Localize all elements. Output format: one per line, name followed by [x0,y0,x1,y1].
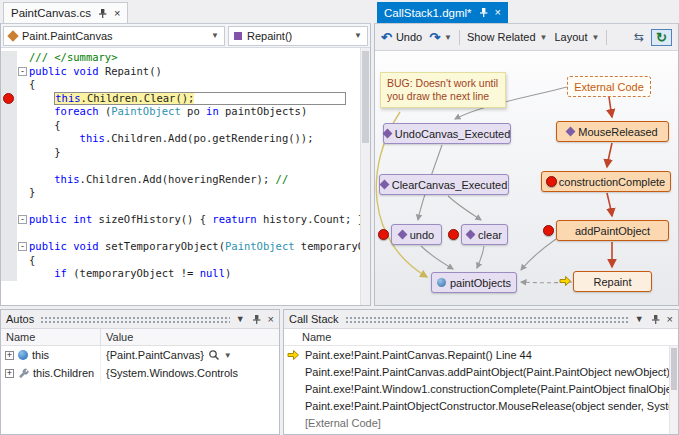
bottom-vertical-splitter[interactable] [280,309,283,435]
breakpoint-margin[interactable] [1,200,17,214]
code-line[interactable]: { [1,254,360,268]
visualizer-caret-icon[interactable]: ▼ [224,351,232,360]
redo-button[interactable]: ↷ ▼ [429,31,452,44]
callstack-titlebar[interactable]: Call Stack ▼ × [284,310,678,329]
pin-icon[interactable] [650,314,661,325]
close-icon[interactable]: × [114,8,120,19]
callstack-frame[interactable]: [External Code] [284,414,678,431]
drag-grip[interactable] [40,316,230,324]
code-line[interactable] [1,200,360,214]
close-icon[interactable]: × [667,314,673,325]
breakpoint-margin[interactable] [1,227,17,241]
code-line[interactable] [1,159,360,173]
code-line[interactable]: -public int sizeOfHistory() { reaturn hi… [1,213,360,227]
code-text[interactable]: public void Repaint() [29,65,360,79]
breakpoint-margin[interactable] [1,240,17,254]
breakpoint-margin[interactable] [1,119,17,133]
breakpoint-margin[interactable] [1,78,17,92]
code-text[interactable]: } [29,146,360,160]
pin-icon[interactable] [478,7,489,18]
code-line[interactable]: } [1,186,360,200]
code-line[interactable]: if (temporaryObject != null) [1,267,360,281]
code-line[interactable]: { [1,119,360,133]
graph-node-repaint[interactable]: Repaint [573,271,652,292]
breakpoint-margin[interactable] [1,105,17,119]
callstack-scrollbar[interactable] [669,346,678,434]
callstack-frame[interactable]: Paint.exe!Paint.PaintCanvas.addPaintObje… [284,363,678,380]
graph-node-external-code[interactable]: External Code [567,76,651,97]
fold-collapse-icon[interactable]: - [18,242,27,251]
callstack-frame[interactable]: Paint.exe!Paint.PaintObjectConstructor.M… [284,397,678,414]
breakpoint-badge-icon[interactable] [448,229,459,240]
close-icon[interactable]: × [495,7,501,18]
code-text[interactable]: public void setTemporaryObject(PaintObje… [29,240,360,254]
graph-node-mousereleased[interactable]: MouseReleased [556,121,669,142]
autos-titlebar[interactable]: Autos ▼ × [1,310,279,329]
graph-node-constructioncomplete[interactable]: constructionComplete [541,171,671,192]
breakpoint-margin[interactable] [1,213,17,227]
undo-button[interactable]: ↶ Undo [381,31,422,44]
code-text[interactable]: this.Children.Add(po.getRendering()); [29,132,360,146]
code-line[interactable]: -public void setTemporaryObject(PaintObj… [1,240,360,254]
breakpoint-margin[interactable] [1,159,17,173]
drag-grip[interactable] [345,316,629,324]
scrollbar-thumb[interactable] [362,51,369,143]
window-position-icon[interactable]: ▼ [236,315,245,324]
graph-node-clear[interactable]: clear [461,224,508,245]
flip-direction-icon[interactable]: ⇆ [634,31,644,43]
code-text[interactable]: { [29,254,360,268]
code-line[interactable]: -public void Repaint() [1,65,360,79]
autos-row[interactable]: +this.Children{System.Windows.Controls [1,364,279,382]
graph-node-clearcanvas-executed[interactable]: ClearCanvas_Executed [379,174,509,195]
bug-comment-note[interactable]: BUG: Doesn't work until you draw the nex… [380,72,506,108]
graph-node-undocanvas-executed[interactable]: UndoCanvas_Executed [383,123,511,144]
show-related-dropdown[interactable]: Show Related ▼ [467,31,547,43]
breakpoint-icon[interactable] [3,93,14,104]
callstack-frame[interactable]: Paint.exe!Paint.Window1.constructionComp… [284,380,678,397]
window-position-icon[interactable]: ▼ [635,315,644,324]
breakpoint-margin[interactable] [1,254,17,268]
magnifier-icon[interactable] [208,349,220,361]
expand-icon[interactable]: + [5,369,14,378]
pin-icon[interactable] [251,314,262,325]
breakpoint-badge-icon[interactable] [546,176,557,187]
breakpoint-margin[interactable] [1,132,17,146]
code-line[interactable]: this.Children.Add(po.getRendering()); [1,132,360,146]
code-text[interactable] [29,200,360,214]
fold-collapse-icon[interactable]: - [18,67,27,76]
callstack-frame[interactable]: Paint.exe!Paint.PaintCanvas.Repaint() Li… [284,346,678,363]
code-line[interactable]: foreach (PaintObject po in paintObjects) [1,105,360,119]
code-text[interactable]: } [29,186,360,200]
breakpoint-badge-icon[interactable] [378,229,389,240]
breakpoint-margin[interactable] [1,92,17,106]
breakpoint-margin[interactable] [1,146,17,160]
column-header-value[interactable]: Value [101,331,279,343]
code-text[interactable]: foreach (PaintObject po in paintObjects) [29,105,360,119]
member-dropdown[interactable]: Repaint() ▼ [228,26,368,46]
breakpoint-margin[interactable] [1,267,17,281]
code-text[interactable] [29,227,360,241]
close-icon[interactable]: × [268,314,274,325]
code-text[interactable]: if (temporaryObject != null) [29,267,360,281]
type-dropdown[interactable]: Paint.PaintCanvas ▼ [3,26,225,46]
code-line[interactable]: this.Children.Add(hoveringRender); // [1,173,360,187]
code-line[interactable]: { [1,78,360,92]
breakpoint-margin[interactable] [1,186,17,200]
fold-collapse-icon[interactable]: - [18,215,27,224]
sync-with-callstack-toggle[interactable]: ↻ [651,29,672,46]
code-text[interactable]: /// </summary> [29,51,360,65]
autos-row[interactable]: +this{Paint.PaintCanvas}▼ [1,346,279,364]
tab-callstack-dgml[interactable]: CallStack1.dgml* × [377,2,508,23]
scrollbar-thumb[interactable] [671,348,677,390]
vertical-splitter[interactable] [371,0,374,306]
code-line[interactable]: /// </summary> [1,51,360,65]
horizontal-splitter[interactable] [0,306,679,309]
code-line[interactable]: this.Children.Clear(); [1,92,360,106]
editor-scrollbar[interactable] [360,48,370,305]
tab-paintcanvas-cs[interactable]: PaintCanvas.cs × [3,2,128,23]
layout-dropdown[interactable]: Layout ▼ [554,31,599,43]
breakpoint-badge-icon[interactable] [543,225,554,236]
breakpoint-margin[interactable] [1,51,17,65]
code-text[interactable]: this.Children.Clear(); [29,92,360,106]
graph-node-paintobjects[interactable]: paintObjects [431,272,517,293]
